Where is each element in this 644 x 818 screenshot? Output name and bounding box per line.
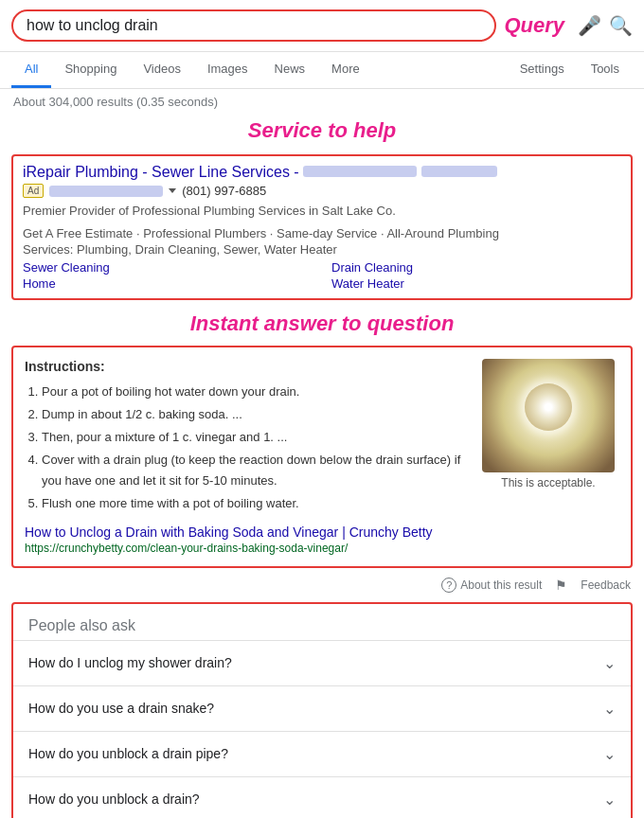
image-caption: This is acceptable. xyxy=(501,476,595,489)
step-2: Dump in about 1/2 c. baking soda. ... xyxy=(42,404,466,425)
instant-label: Instant answer to question xyxy=(0,306,644,342)
feedback-flag-icon: ⚑ xyxy=(555,578,567,593)
drain-image xyxy=(482,359,615,472)
step-5: Flush one more time with a pot of boilin… xyxy=(42,493,466,514)
paa-question-3: How do you unblock a drain? xyxy=(28,791,200,807)
ad-description: Premier Provider of Professional Plumbin… xyxy=(23,202,621,221)
query-label: Query xyxy=(504,13,564,38)
nav-tabs: All Shopping Videos Images News More Set… xyxy=(0,52,644,89)
tab-videos[interactable]: Videos xyxy=(130,52,194,88)
tab-more[interactable]: More xyxy=(318,52,373,88)
people-also-ask-box: People also ask How do I unclog my showe… xyxy=(11,602,633,818)
source-url: https://crunchybetty.com/clean-your-drai… xyxy=(25,542,348,555)
paa-chevron-2: ⌄ xyxy=(603,745,616,763)
search-icon[interactable]: 🔍 xyxy=(609,14,633,37)
instructions-title: Instructions: xyxy=(25,359,466,374)
about-icon[interactable]: ? xyxy=(441,578,456,593)
instructions-list: Pour a pot of boiling hot water down you… xyxy=(25,382,466,515)
ad-link-home[interactable]: Home xyxy=(23,276,313,291)
ad-url-row: Ad (801) 997-6885 xyxy=(23,184,621,198)
ad-link-sewer-cleaning[interactable]: Sewer Cleaning xyxy=(23,260,313,275)
paa-item-0[interactable]: How do I unclog my shower drain? ⌄ xyxy=(13,640,631,685)
ad-badge: Ad xyxy=(23,184,44,198)
ad-services: Services: Plumbing, Drain Cleaning, Sewe… xyxy=(23,242,621,257)
about-this-result[interactable]: ? About this result xyxy=(441,578,542,593)
search-bar-area: Query 🎤 🔍 xyxy=(0,0,644,52)
tab-news[interactable]: News xyxy=(261,52,319,88)
about-row: ? About this result ⚑ Feedback xyxy=(0,572,644,598)
ad-title-row: iRepair Plumbing - Sewer Line Services - xyxy=(23,164,621,181)
step-4: Cover with a drain plug (to keep the rea… xyxy=(42,450,466,491)
mic-icon[interactable]: 🎤 xyxy=(578,14,601,37)
ad-dropdown-icon xyxy=(169,188,176,193)
ad-box: iRepair Plumbing - Sewer Line Services -… xyxy=(11,154,633,300)
paa-question-0: How do I unclog my shower drain? xyxy=(28,655,232,670)
source-title-link[interactable]: How to Unclog a Drain with Baking Soda a… xyxy=(25,525,466,540)
search-input[interactable] xyxy=(27,17,481,34)
search-input-wrapper xyxy=(11,9,496,42)
ad-link-water-heater[interactable]: Water Heater xyxy=(331,276,621,291)
ad-url-blurred-1 xyxy=(303,166,417,177)
paa-item-3[interactable]: How do you unblock a drain? ⌄ xyxy=(13,776,631,818)
answer-source: How to Unclog a Drain with Baking Soda a… xyxy=(25,525,466,555)
answer-box: Instructions: Pour a pot of boiling hot … xyxy=(11,346,633,568)
tab-all[interactable]: All xyxy=(11,52,51,88)
ad-url-domain xyxy=(49,186,163,197)
paa-chevron-3: ⌄ xyxy=(603,791,616,809)
ad-link-drain-cleaning[interactable]: Drain Cleaning xyxy=(331,260,621,275)
results-count: About 304,000 results (0.35 seconds) xyxy=(0,89,644,115)
tab-shopping[interactable]: Shopping xyxy=(51,52,130,88)
paa-question-1: How do you use a drain snake? xyxy=(28,701,214,716)
paa-question-2: How do you unblock a drain pipe? xyxy=(28,746,228,761)
step-1: Pour a pot of boiling hot water down you… xyxy=(42,382,466,402)
tab-tools[interactable]: Tools xyxy=(578,52,633,88)
paa-chevron-0: ⌄ xyxy=(603,654,616,672)
ad-phone: (801) 997-6885 xyxy=(182,184,266,198)
service-label: Service to help xyxy=(0,115,644,149)
paa-title: People also ask xyxy=(13,604,631,640)
tab-settings[interactable]: Settings xyxy=(507,52,578,88)
ad-highlights: Get A Free Estimate · Professional Plumb… xyxy=(23,224,621,243)
feedback-link[interactable]: Feedback xyxy=(581,578,631,592)
ad-url-blurred-2 xyxy=(421,166,497,177)
tab-images[interactable]: Images xyxy=(194,52,261,88)
paa-item-2[interactable]: How do you unblock a drain pipe? ⌄ xyxy=(13,731,631,776)
answer-content: Instructions: Pour a pot of boiling hot … xyxy=(25,359,466,555)
ad-title-text: iRepair Plumbing - Sewer Line Services - xyxy=(23,164,299,180)
ad-title-link[interactable]: iRepair Plumbing - Sewer Line Services - xyxy=(23,164,497,181)
paa-chevron-1: ⌄ xyxy=(603,700,616,718)
answer-image: This is acceptable. xyxy=(477,359,619,555)
ad-links: Sewer Cleaning Drain Cleaning Home Water… xyxy=(23,260,621,291)
step-3: Then, pour a mixture of 1 c. vinegar and… xyxy=(42,427,466,448)
paa-item-1[interactable]: How do you use a drain snake? ⌄ xyxy=(13,685,631,731)
